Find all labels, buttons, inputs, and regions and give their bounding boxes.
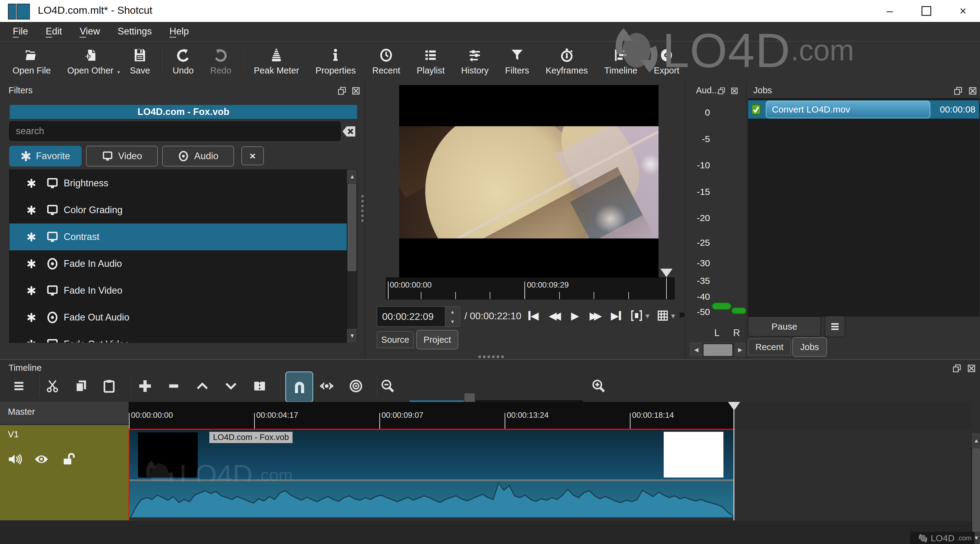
menu-item-settings[interactable]: Settings bbox=[113, 25, 156, 38]
current-time-spinner[interactable]: 00:00:22:09 ▲▼ bbox=[377, 306, 460, 327]
panel-splitter-handle[interactable] bbox=[361, 195, 364, 222]
maximize-button[interactable] bbox=[912, 0, 941, 22]
open-file-button[interactable]: Open File bbox=[4, 48, 59, 76]
filter-row-fade-out-video[interactable]: Fade Out Video bbox=[10, 331, 357, 343]
zoom-fit-button[interactable] bbox=[628, 307, 646, 324]
grid-dropdown-icon[interactable]: ▼ bbox=[670, 312, 676, 320]
recent-button[interactable]: Recent bbox=[364, 48, 409, 76]
hide-track-icon[interactable] bbox=[34, 452, 49, 467]
playlist-button[interactable]: Playlist bbox=[408, 48, 453, 76]
panel-resize-handle[interactable] bbox=[479, 356, 504, 358]
timeline-v-scrollbar[interactable]: ▲ ▼ bbox=[972, 434, 980, 544]
ripple-markers-button[interactable] bbox=[348, 378, 364, 394]
meter-h-scrollbar[interactable]: ◀ ▶ bbox=[690, 343, 746, 357]
split-button[interactable] bbox=[252, 378, 267, 394]
menu-item-view[interactable]: View bbox=[75, 25, 104, 38]
grid-button[interactable] bbox=[654, 307, 671, 324]
ripple-delete-button[interactable] bbox=[166, 378, 181, 394]
save-button[interactable]: Save bbox=[122, 48, 158, 76]
cut-button[interactable] bbox=[45, 378, 60, 394]
spin-up-icon[interactable]: ▲ bbox=[445, 307, 460, 316]
history-button[interactable]: History bbox=[453, 48, 497, 76]
copy-button[interactable] bbox=[73, 378, 89, 394]
tab-jobs[interactable]: Jobs bbox=[792, 337, 827, 357]
close-panel-icon[interactable] bbox=[968, 86, 978, 96]
paste-button[interactable] bbox=[101, 378, 117, 394]
menu-item-file[interactable]: File bbox=[8, 25, 32, 38]
timeline-menu-button[interactable] bbox=[11, 378, 27, 394]
tab-video[interactable]: Video bbox=[86, 146, 158, 166]
export-button[interactable]: Export bbox=[646, 48, 688, 76]
filter-row-fade-out-audio[interactable]: Fade Out Audio bbox=[10, 304, 357, 331]
float-panel-icon[interactable] bbox=[952, 364, 962, 373]
clear-search-icon[interactable] bbox=[341, 124, 356, 139]
filter-row-color-grading[interactable]: Color Grading bbox=[10, 197, 357, 223]
float-panel-icon[interactable] bbox=[337, 86, 347, 96]
timeline-ruler[interactable]: 00:00:00:00 00:00:04:17 00:00:09:07 00:0… bbox=[129, 402, 972, 430]
play-button[interactable]: ▶ bbox=[566, 307, 584, 324]
peak-meter-button[interactable]: Peak Meter bbox=[246, 48, 307, 76]
scrollbar-thumb[interactable] bbox=[703, 344, 732, 356]
close-filter-tab-button[interactable]: × bbox=[241, 146, 264, 165]
properties-button[interactable]: Properties bbox=[307, 48, 364, 76]
time-spin-buttons[interactable]: ▲▼ bbox=[445, 307, 460, 326]
job-row[interactable]: Convert LO4D.mov 00:00:08 bbox=[748, 101, 979, 119]
open-other-button[interactable]: Open Other▾ bbox=[59, 48, 122, 76]
scrollbar-thumb[interactable] bbox=[348, 184, 356, 271]
filter-row-brightness[interactable]: Brightness bbox=[10, 170, 357, 197]
player-playhead[interactable] bbox=[660, 269, 673, 277]
lock-track-icon[interactable] bbox=[61, 452, 76, 467]
skip-to-start-button[interactable]: ◀ bbox=[525, 307, 542, 324]
filter-list-scrollbar[interactable]: ▲ ▼ bbox=[347, 170, 357, 343]
close-panel-icon[interactable] bbox=[730, 86, 739, 95]
snap-toggle-button[interactable] bbox=[285, 372, 313, 402]
close-panel-icon[interactable] bbox=[967, 364, 976, 373]
zoom-out-button[interactable] bbox=[380, 378, 396, 394]
master-track-header[interactable]: Master bbox=[0, 402, 129, 424]
undo-button[interactable]: Undo bbox=[164, 48, 202, 76]
minimize-button[interactable]: – bbox=[875, 0, 904, 22]
append-button[interactable] bbox=[137, 378, 153, 394]
filter-row-contrast[interactable]: Contrast bbox=[10, 223, 357, 250]
filter-row-fade-in-audio[interactable]: Fade In Audio bbox=[10, 250, 357, 277]
keyframes-button[interactable]: Keyframes bbox=[537, 48, 596, 76]
overwrite-button[interactable] bbox=[223, 378, 239, 394]
scroll-down-icon[interactable]: ▼ bbox=[347, 329, 357, 343]
filter-row-fade-in-video[interactable]: Fade In Video bbox=[10, 277, 357, 304]
close-panel-icon[interactable] bbox=[351, 86, 361, 96]
scroll-up-icon[interactable]: ▲ bbox=[972, 434, 980, 448]
fast-forward-button[interactable]: ▶▶ bbox=[585, 307, 603, 324]
scroll-up-icon[interactable]: ▲ bbox=[347, 170, 357, 183]
jobs-menu-button[interactable] bbox=[824, 316, 845, 337]
scroll-right-icon[interactable]: ▶ bbox=[734, 343, 746, 356]
v1-track-header[interactable]: V1 bbox=[0, 425, 129, 521]
filter-search-input[interactable] bbox=[9, 121, 341, 141]
close-button[interactable]: × bbox=[948, 0, 978, 22]
filters-button[interactable]: Filters bbox=[497, 48, 537, 76]
timeline-clip[interactable]: LO4D.com - Fox.vob LO4D.com bbox=[129, 429, 734, 522]
float-panel-icon[interactable] bbox=[953, 86, 963, 96]
player-scrubber[interactable]: 00:00:00:00 00:00:09:29 bbox=[386, 278, 675, 300]
float-panel-icon[interactable] bbox=[718, 86, 726, 95]
tab-favorite[interactable]: Favorite bbox=[9, 146, 82, 166]
lift-button[interactable] bbox=[194, 378, 210, 394]
menu-item-edit[interactable]: Edit bbox=[41, 25, 66, 38]
scroll-left-icon[interactable]: ◀ bbox=[690, 343, 702, 356]
tab-source[interactable]: Source bbox=[377, 331, 414, 348]
tab-project[interactable]: Project bbox=[416, 330, 458, 349]
skip-to-end-button[interactable]: ▶ bbox=[607, 307, 625, 324]
tab-recent[interactable]: Recent bbox=[748, 338, 791, 356]
scrub-while-dragging-button[interactable] bbox=[319, 378, 334, 394]
scrollbar-thumb[interactable] bbox=[972, 448, 980, 531]
redo-button[interactable]: Redo bbox=[202, 48, 240, 76]
toolbar-overflow-icon[interactable]: » bbox=[679, 308, 685, 321]
tab-audio[interactable]: Audio bbox=[162, 146, 234, 166]
menu-item-help[interactable]: Help bbox=[165, 25, 193, 38]
pause-button[interactable]: Pause bbox=[748, 316, 821, 337]
timeline-button[interactable]: Timeline bbox=[596, 48, 646, 76]
zoom-in-button[interactable] bbox=[590, 378, 606, 394]
rewind-button[interactable]: ◀◀ bbox=[544, 307, 562, 324]
spin-down-icon[interactable]: ▼ bbox=[445, 316, 460, 326]
mute-track-icon[interactable] bbox=[7, 452, 22, 467]
zoom-fit-dropdown-icon[interactable]: ▼ bbox=[644, 312, 651, 320]
